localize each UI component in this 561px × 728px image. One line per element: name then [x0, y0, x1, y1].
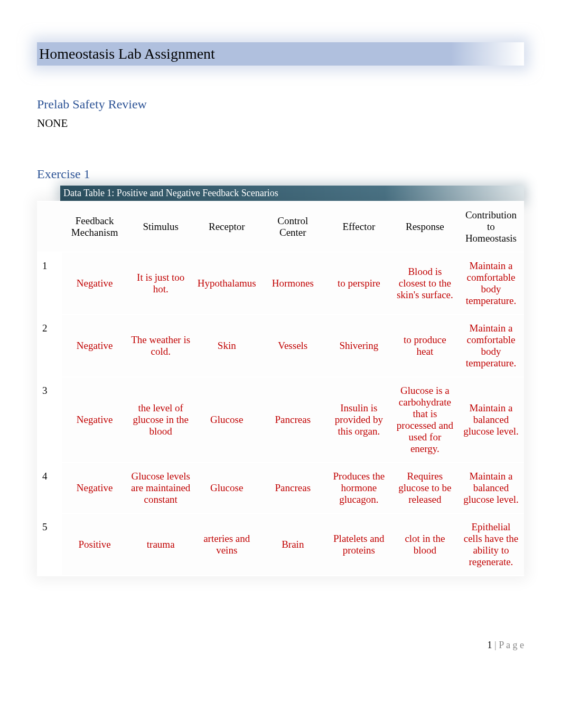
row-number: 4	[37, 463, 62, 513]
cell-feedback: Negative	[62, 463, 128, 513]
exercise-heading: Exercise 1	[37, 167, 524, 181]
prelab-content: NONE	[37, 117, 524, 130]
cell-contribution: Maintain a balanced glucose level.	[458, 463, 524, 513]
page-number: 1	[488, 640, 492, 650]
cell-response: clot in the blood	[392, 513, 458, 576]
row-number: 2	[37, 315, 62, 377]
cell-feedback: Negative	[62, 315, 128, 377]
cell-receptor: Hypothalamus	[194, 252, 260, 315]
cell-effector: Shivering	[326, 315, 392, 377]
col-blank	[37, 201, 62, 252]
table-row: 4 Negative Glucose levels are maintained…	[37, 463, 524, 513]
cell-effector: Platelets and proteins	[326, 513, 392, 576]
page-footer: 1 | P a g e	[37, 640, 524, 651]
col-feedback: Feedback Mechanism	[62, 201, 128, 252]
cell-effector: to perspire	[326, 252, 392, 315]
cell-stimulus: The weather is cold.	[128, 315, 194, 377]
cell-effector: Insulin is provided by this organ.	[326, 377, 392, 463]
prelab-heading: Prelab Safety Review	[37, 97, 524, 112]
cell-response: to produce heat	[392, 315, 458, 377]
row-number: 5	[37, 513, 62, 576]
cell-feedback: Negative	[62, 252, 128, 315]
cell-control: Vessels	[260, 315, 326, 377]
cell-control: Pancreas	[260, 463, 326, 513]
cell-stimulus: trauma	[128, 513, 194, 576]
row-number: 3	[37, 377, 62, 463]
cell-contribution: Epithelial cells have the ability to reg…	[458, 513, 524, 576]
cell-receptor: Skin	[194, 315, 260, 377]
table-caption: Data Table 1: Positive and Negative Feed…	[60, 186, 524, 201]
col-stimulus: Stimulus	[128, 201, 194, 252]
table-row: 5 Positive trauma arteries and veins Bra…	[37, 513, 524, 576]
col-receptor: Receptor	[194, 201, 260, 252]
cell-receptor: Glucose	[194, 463, 260, 513]
cell-stimulus: It is just too hot.	[128, 252, 194, 315]
cell-feedback: Positive	[62, 513, 128, 576]
table-row: 3 Negative the level of glucose in the b…	[37, 377, 524, 463]
cell-response: Blood is closest to the skin's surface.	[392, 252, 458, 315]
page-label: P a g e	[499, 640, 524, 650]
col-effector: Effector	[326, 201, 392, 252]
cell-receptor: arteries and veins	[194, 513, 260, 576]
table-row: 2 Negative The weather is cold. Skin Ves…	[37, 315, 524, 377]
cell-response: Requires glucose to be released	[392, 463, 458, 513]
cell-response: Glucose is a carbohydrate that is proces…	[392, 377, 458, 463]
col-contribution: Contribution to Homeostasis	[458, 201, 524, 252]
cell-receptor: Glucose	[194, 377, 260, 463]
cell-contribution: Maintain a balanced glucose level.	[458, 377, 524, 463]
cell-stimulus: Glucose levels are maintained constant	[128, 463, 194, 513]
table-header-row: Feedback Mechanism Stimulus Receptor Con…	[37, 201, 524, 252]
cell-feedback: Negative	[62, 377, 128, 463]
row-number: 1	[37, 252, 62, 315]
cell-control: Hormones	[260, 252, 326, 315]
col-control: Control Center	[260, 201, 326, 252]
cell-contribution: Maintain a comfortable body temperature.	[458, 315, 524, 377]
cell-control: Pancreas	[260, 377, 326, 463]
feedback-table: Feedback Mechanism Stimulus Receptor Con…	[37, 201, 524, 576]
page-title: Homeostasis Lab Assignment	[37, 42, 524, 66]
cell-contribution: Maintain a comfortable body temperature.	[458, 252, 524, 315]
cell-effector: Produces the hormone glucagon.	[326, 463, 392, 513]
cell-stimulus: the level of glucose in the blood	[128, 377, 194, 463]
table-row: 1 Negative It is just too hot. Hypothala…	[37, 252, 524, 315]
col-response: Response	[392, 201, 458, 252]
cell-control: Brain	[260, 513, 326, 576]
